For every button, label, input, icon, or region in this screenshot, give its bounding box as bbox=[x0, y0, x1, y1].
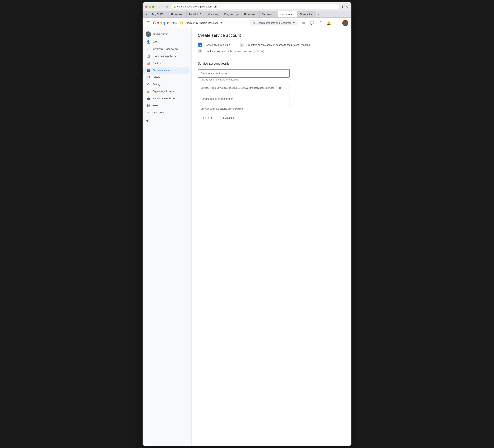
notifications-button[interactable]: 🔔 bbox=[325, 20, 332, 26]
forward-button[interactable]: › bbox=[161, 5, 164, 9]
main-layout: 🛡 IAM & admin 👤 IAM ⊙ Identity & Organis… bbox=[143, 28, 351, 446]
apis-text: APIs bbox=[172, 22, 176, 24]
help-button[interactable]: ? bbox=[317, 20, 324, 26]
tab-fragment[interactable]: Fragmen... 🔊 bbox=[222, 11, 241, 17]
org-policies-icon: 📋 bbox=[146, 54, 150, 58]
google-logo: Google bbox=[153, 21, 169, 25]
avatar[interactable]: 👤 bbox=[342, 20, 348, 26]
audit-logs-icon: ≡ bbox=[146, 111, 150, 114]
sidebar-item-crypto-keys[interactable]: 🔒 Cryptographic keys bbox=[143, 88, 190, 95]
sidebar-item-iam[interactable]: 👤 IAM bbox=[143, 38, 190, 45]
sidebar-item-label-roles: Roles bbox=[152, 104, 159, 107]
apps-button[interactable]: ⊞ bbox=[300, 20, 307, 26]
hamburger-menu[interactable]: ☰ bbox=[146, 20, 151, 26]
share-button[interactable]: ⬆ bbox=[341, 4, 344, 9]
sidebar-item-labels[interactable]: 🏷 Labels bbox=[143, 74, 190, 81]
tab-stores[interactable]: Stores - Sm... bbox=[297, 11, 316, 17]
collapse-sidebar-button[interactable]: ◀| bbox=[146, 118, 149, 123]
clear-id-button[interactable]: ✕ bbox=[277, 85, 283, 91]
sidebar-item-audit-logs[interactable]: ≡ Audit Logs bbox=[143, 109, 190, 116]
service-account-name-input[interactable] bbox=[198, 69, 290, 78]
actions-row: CREATE CANCEL bbox=[198, 115, 345, 121]
step-2-optional: (optional) bbox=[301, 43, 311, 46]
tab-api2[interactable]: API access... bbox=[241, 11, 260, 17]
service-account-description-input[interactable] bbox=[198, 95, 290, 106]
url-text: console.developers.google.com bbox=[177, 5, 212, 8]
more-button[interactable]: ⋮ bbox=[334, 20, 341, 26]
step-dash-1: — bbox=[233, 43, 236, 47]
sidebar-item-label-audit-logs: Audit Logs bbox=[152, 111, 164, 114]
quotas-icon: 📊 bbox=[146, 61, 150, 65]
nav-buttons: ‹ › bbox=[158, 5, 163, 9]
description-field-group: Describe what this service account will … bbox=[198, 95, 345, 110]
iam-icon: 👤 bbox=[146, 40, 150, 44]
identity-proxy-icon: 📺 bbox=[146, 97, 150, 100]
name-field-group: Display name for this service account bbox=[198, 69, 345, 81]
sidebar-item-service-accounts[interactable]: 💼 Service accounts bbox=[143, 67, 190, 74]
sidebar-item-label-crypto-keys: Cryptographic keys bbox=[152, 90, 174, 93]
step-1-label: Service account details bbox=[205, 43, 230, 46]
tab-overview-button[interactable]: ⧉ bbox=[165, 5, 169, 9]
sidebar-item-quotas[interactable]: 📊 Quotas bbox=[143, 60, 190, 67]
g-blue: G bbox=[153, 21, 156, 25]
step-dash-2: — bbox=[314, 43, 318, 47]
page-title: Create service account bbox=[198, 33, 345, 38]
sidebar-item-settings[interactable]: ⚙ Settings bbox=[143, 81, 190, 88]
refresh-id-button[interactable]: ↻ bbox=[283, 85, 290, 91]
g-red2: e bbox=[167, 21, 169, 25]
duplicate-button[interactable]: ⧉ bbox=[346, 5, 349, 9]
steps-row-1: 1 Service account details — 2 Grant this… bbox=[198, 43, 345, 47]
sidebar-item-label-iam: IAM bbox=[152, 40, 157, 43]
service-accounts-icon: 💼 bbox=[146, 68, 150, 72]
sidebar-header-label: IAM & admin bbox=[153, 33, 168, 36]
search-area: 🔍 Search products and resources ▼ ⊞ 💬 ? … bbox=[227, 20, 348, 26]
audio-icon: 🔊 bbox=[214, 5, 217, 8]
tab-api1[interactable]: API access... bbox=[168, 11, 187, 17]
search-icon: 🔍 bbox=[253, 22, 256, 24]
description-field-hint: Describe what this service account will … bbox=[198, 108, 345, 110]
step-2-label: Grant this service account access to the… bbox=[247, 43, 299, 46]
title-bar: ‹ › ⧉ 🔒 console.developers.google.com 🔊 … bbox=[143, 2, 351, 11]
tab-de[interactable]: de bbox=[143, 11, 150, 17]
sidebar-item-identity-org[interactable]: ⊙ Identity & Organisation bbox=[143, 45, 190, 52]
iam-admin-icon: 🛡 bbox=[146, 31, 151, 37]
sidebar-item-label-org-policies: Organisation policies bbox=[152, 55, 176, 58]
sidebar-item-roles[interactable]: 👥 Roles bbox=[143, 102, 190, 109]
steps-row-2: 3 Grant users access to this service acc… bbox=[198, 49, 345, 53]
roles-icon: 👥 bbox=[146, 104, 150, 107]
step-3-label: Grant users access to this service accou… bbox=[205, 50, 251, 52]
steps-container: 1 Service account details — 2 Grant this… bbox=[198, 43, 345, 53]
tab-publish[interactable]: Publish to G... bbox=[187, 11, 206, 17]
tab-grammarly[interactable]: Grammarly bbox=[206, 11, 222, 17]
new-tab-button[interactable]: + bbox=[316, 13, 321, 16]
section-divider bbox=[198, 58, 345, 58]
service-account-id-input[interactable] bbox=[198, 84, 277, 92]
cancel-button[interactable]: CANCEL bbox=[219, 115, 239, 121]
identity-org-icon: ⊙ bbox=[146, 47, 150, 51]
toolbar-icons: ⊞ 💬 ? 🔔 ⋮ 👤 bbox=[300, 20, 348, 26]
reload-icon[interactable]: ↻ bbox=[219, 5, 221, 8]
back-button[interactable]: ‹ bbox=[158, 5, 161, 9]
tab-create-servi[interactable]: Create servi... bbox=[278, 11, 297, 18]
sidebar-item-identity-proxy[interactable]: 📺 Identity-Aware Proxy bbox=[143, 95, 190, 102]
sidebar-item-label-service-accounts: Service accounts bbox=[152, 69, 172, 72]
project-selector[interactable]: ▶ Google Play Android Developer ▼ bbox=[179, 21, 224, 25]
sidebar-item-org-policies[interactable]: 📋 Organisation policies bbox=[143, 52, 190, 60]
labels-icon: 🏷 bbox=[146, 75, 150, 79]
tab-service-acc[interactable]: Service acc... bbox=[260, 11, 278, 17]
minimize-button[interactable] bbox=[149, 6, 151, 8]
chat-button[interactable]: 💬 bbox=[309, 20, 315, 26]
close-button[interactable] bbox=[145, 6, 148, 8]
search-input-container[interactable]: 🔍 Search products and resources ▼ bbox=[250, 20, 298, 25]
tab-bug[interactable]: Bug 59400:... bbox=[150, 11, 168, 17]
g-red: o bbox=[157, 21, 159, 25]
address-bar[interactable]: 🔒 console.developers.google.com 🔊 ↻ bbox=[171, 4, 339, 9]
create-button[interactable]: CREATE bbox=[198, 115, 217, 121]
sidebar-item-label-labels: Labels bbox=[152, 76, 160, 79]
search-dropdown-icon: ▼ bbox=[293, 22, 295, 24]
sidebar-item-label-quotas: Quotas bbox=[152, 62, 161, 64]
sidebar-item-label-settings: Settings bbox=[152, 83, 161, 86]
tabs-bar: de Bug 59400:... API access... Publish t… bbox=[143, 11, 351, 18]
maximize-button[interactable] bbox=[152, 6, 154, 8]
step-3-optional: (optional) bbox=[254, 50, 264, 52]
